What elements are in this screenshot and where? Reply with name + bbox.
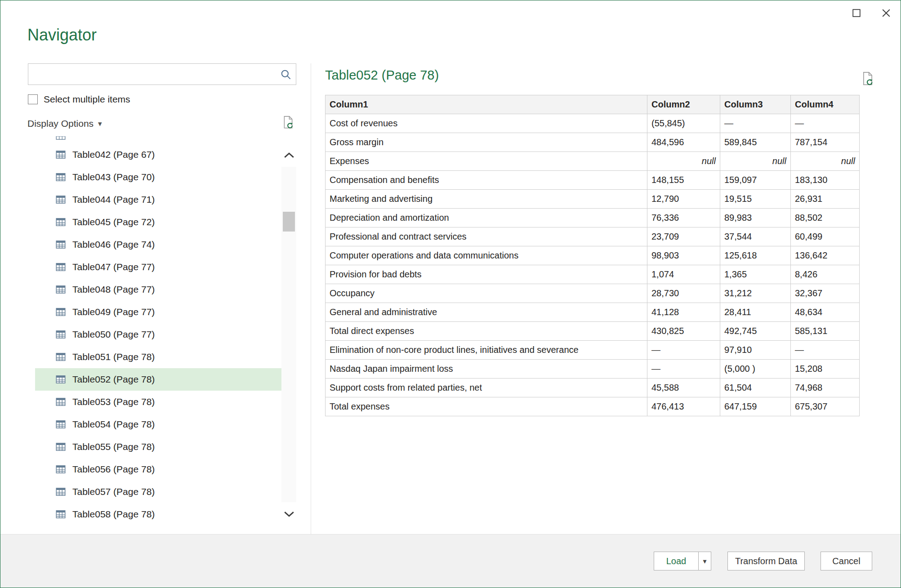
table-icon [55, 284, 67, 295]
table-cell: 37,544 [720, 227, 791, 246]
navigator-dialog: Navigator Select multiple items Display … [0, 0, 901, 588]
table-icon [55, 216, 67, 228]
table-cell: 48,634 [791, 303, 860, 322]
refresh-preview-icon[interactable] [861, 71, 874, 89]
window-controls [848, 6, 894, 22]
table-icon-partial [55, 136, 67, 143]
display-options-dropdown[interactable]: Display Options [27, 118, 94, 129]
table-icon [55, 351, 67, 363]
table-icon [55, 374, 67, 385]
list-item-label: Table042 (Page 67) [72, 149, 155, 160]
close-button[interactable] [878, 6, 894, 22]
table-cell: 26,931 [791, 190, 860, 209]
list-item[interactable]: Table046 (Page 74) [35, 233, 281, 256]
table-icon [55, 261, 67, 273]
refresh-list-icon[interactable] [282, 116, 294, 132]
table-cell: Professional and contract services [326, 227, 647, 246]
table-cell: Total direct expenses [326, 322, 647, 341]
chevron-down-icon[interactable]: ▾ [98, 119, 102, 129]
list-item-label: Table045 (Page 72) [72, 217, 155, 227]
table-row: Cost of revenues(55,845)—— [326, 114, 860, 133]
scroll-up-button[interactable] [281, 143, 296, 167]
list-item-label: Table053 (Page 78) [72, 396, 155, 407]
table-cell: 675,307 [791, 397, 860, 416]
table-cell: 61,504 [720, 379, 791, 397]
load-dropdown-button[interactable]: ▾ [698, 552, 711, 570]
list-item[interactable]: Table058 (Page 78) [35, 503, 281, 526]
list-item[interactable]: Table047 (Page 77) [35, 256, 281, 278]
list-item[interactable]: Table051 (Page 78) [35, 346, 281, 368]
table-cell: 74,968 [791, 379, 860, 397]
table-cell: 76,336 [647, 209, 720, 227]
scrollbar[interactable] [281, 143, 296, 526]
search-input[interactable] [28, 64, 275, 85]
table-row: Computer operations and data communicati… [326, 246, 860, 265]
scroll-down-button[interactable] [281, 502, 296, 526]
table-row: Support costs from related parties, net4… [326, 379, 860, 397]
list-item[interactable]: Table055 (Page 78) [35, 436, 281, 458]
list-item[interactable]: Table052 (Page 78) [35, 368, 281, 391]
table-cell: 492,745 [720, 322, 791, 341]
list-item[interactable]: Table042 (Page 67) [35, 143, 281, 166]
preview-title: Table052 (Page 78) [325, 68, 439, 83]
list-item[interactable]: Table045 (Page 72) [35, 211, 281, 233]
list-item[interactable]: Table054 (Page 78) [35, 413, 281, 436]
column-header: Column4 [791, 95, 860, 114]
select-multiple-checkbox[interactable] [28, 94, 38, 104]
table-cell: (5,000 ) [720, 360, 791, 379]
table-row: Nasdaq Japan impairment loss—(5,000 )15,… [326, 360, 860, 379]
column-header: Column1 [326, 95, 647, 114]
table-cell: — [647, 341, 720, 360]
select-multiple-label: Select multiple items [44, 94, 130, 105]
table-cell: 159,097 [720, 171, 791, 190]
table-row: Gross margin484,596589,845787,154 [326, 133, 860, 152]
table-cell: Total expenses [326, 397, 647, 416]
list-item[interactable]: Table043 (Page 70) [35, 166, 281, 188]
cancel-button[interactable]: Cancel [821, 552, 872, 570]
display-options-row: Display Options ▾ [27, 116, 297, 132]
table-row: Occupancy28,73031,21232,367 [326, 284, 860, 303]
table-cell: 125,618 [720, 246, 791, 265]
list-item[interactable]: Table057 (Page 78) [35, 481, 281, 503]
table-cell: 484,596 [647, 133, 720, 152]
page-title: Navigator [27, 26, 97, 45]
scrollbar-thumb[interactable] [283, 212, 295, 232]
list-item[interactable]: Table048 (Page 77) [35, 278, 281, 301]
table-icon [55, 441, 67, 453]
table-icon [55, 419, 67, 430]
table-cell: 1,365 [720, 265, 791, 284]
table-cell: 1,074 [647, 265, 720, 284]
table-cell: 148,155 [647, 171, 720, 190]
table-cell: 60,499 [791, 227, 860, 246]
transform-data-button[interactable]: Transform Data [727, 552, 805, 570]
list-item-label: Table052 (Page 78) [72, 374, 155, 385]
table-cell: Compensation and benefits [326, 171, 647, 190]
list-item[interactable]: Table056 (Page 78) [35, 458, 281, 481]
list-item-label: Table055 (Page 78) [72, 441, 155, 452]
table-cell: 15,208 [791, 360, 860, 379]
list-item[interactable]: Table053 (Page 78) [35, 391, 281, 413]
table-cell: Depreciation and amortization [326, 209, 647, 227]
list-item[interactable]: Table049 (Page 77) [35, 301, 281, 323]
footer-buttons: Load ▾ Transform Data Cancel [654, 552, 872, 570]
list-item[interactable]: Table050 (Page 77) [35, 323, 281, 346]
table-cell: — [647, 360, 720, 379]
table-cell: 23,709 [647, 227, 720, 246]
table-icon [55, 396, 67, 408]
table-cell: Gross margin [326, 133, 647, 152]
search-icon[interactable] [275, 68, 296, 80]
pane-divider [311, 63, 311, 535]
maximize-button[interactable] [848, 6, 865, 22]
table-icon [55, 194, 67, 205]
list-item-label: Table049 (Page 77) [72, 307, 155, 317]
table-cell: Computer operations and data communicati… [326, 246, 647, 265]
footer: Load ▾ Transform Data Cancel [0, 534, 901, 588]
table-cell: 97,910 [720, 341, 791, 360]
load-button[interactable]: Load [654, 552, 699, 570]
list-item-label: Table050 (Page 77) [72, 329, 155, 340]
list-item[interactable]: Table044 (Page 71) [35, 188, 281, 211]
table-cell: null [647, 152, 720, 171]
table-cell: 585,131 [791, 322, 860, 341]
table-cell: 430,825 [647, 322, 720, 341]
table-cell: 589,845 [720, 133, 791, 152]
